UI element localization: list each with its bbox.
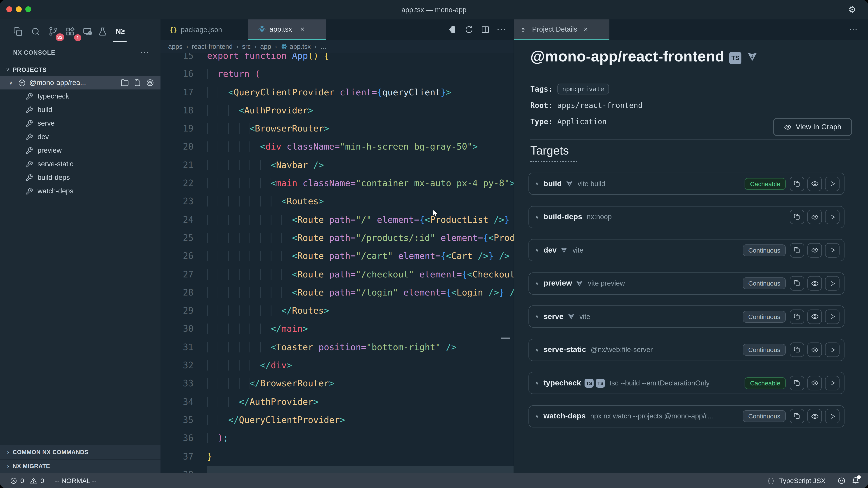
view-in-graph-button[interactable] [807, 210, 822, 224]
nx-console-icon[interactable]: N≥ [112, 23, 127, 40]
view-in-graph-button[interactable] [807, 176, 822, 191]
code-line: 16 return ( [160, 65, 514, 84]
target-actions [790, 210, 839, 224]
code-line: 22 <main className="container mx-auto px… [160, 174, 514, 193]
copy-button[interactable] [790, 309, 804, 324]
chevron-down-icon[interactable]: ∨ [535, 347, 539, 353]
chevron-down-icon[interactable]: ∨ [535, 281, 539, 286]
split-editor-icon[interactable] [481, 25, 489, 34]
open-config-file-icon[interactable] [133, 78, 142, 87]
tab-project-details[interactable]: Project Details × [514, 20, 610, 40]
breadcrumb-item[interactable]: › app [251, 43, 271, 50]
view-in-graph-button[interactable] [807, 276, 822, 291]
copy-button[interactable] [790, 409, 804, 423]
run-target-button[interactable] [825, 343, 839, 357]
more-actions-icon[interactable]: ··· [849, 20, 858, 40]
chevron-down-icon[interactable]: ∨ [535, 314, 539, 320]
chevron-down-icon[interactable]: ∨ [535, 181, 539, 187]
testing-icon[interactable] [95, 23, 110, 40]
search-icon[interactable] [28, 23, 43, 40]
settings-gear-icon[interactable]: ⚙ [848, 0, 856, 20]
breadcrumb-item[interactable]: › … [311, 43, 327, 50]
chevron-right-icon: › [4, 463, 13, 470]
open-settings-device-icon[interactable] [448, 25, 457, 34]
close-tab-icon[interactable]: × [300, 25, 305, 34]
source-control-icon[interactable]: 32 [46, 23, 61, 40]
breadcrumb-item[interactable]: › app.tsx [271, 43, 311, 50]
project-row-selected[interactable]: ∨ @mono-app/rea... [0, 76, 160, 90]
copy-button[interactable] [790, 243, 804, 257]
panel-tab-bar: Project Details × ··· [514, 20, 868, 40]
target-card: ∨ preview vite preview Continuous [528, 272, 844, 294]
wrench-icon [25, 187, 33, 195]
target-card: ∨ build-deps nx:noop [528, 206, 844, 228]
view-in-graph-button[interactable]: View In Graph [773, 118, 852, 136]
explorer-icon[interactable] [10, 23, 26, 40]
scrollbar-marker[interactable] [501, 337, 510, 339]
language-mode[interactable]: {} TypeScript JSX [767, 477, 826, 485]
sidebar-target-item[interactable]: watch-deps [0, 184, 160, 198]
react-icon [258, 25, 266, 33]
status-right: {} TypeScript JSX [767, 476, 860, 485]
sidebar-target-item[interactable]: dev [0, 130, 160, 144]
more-actions-icon[interactable]: ··· [497, 26, 506, 34]
sidebar-target-item[interactable]: build-deps [0, 171, 160, 184]
run-target-button[interactable] [825, 376, 839, 390]
close-tab-icon[interactable]: × [584, 25, 588, 33]
copy-button[interactable] [790, 376, 804, 390]
line-number: 15 [160, 53, 207, 65]
remote-explorer-icon[interactable] [80, 23, 95, 40]
code-line: 27 <Route path="/checkout" element={<Che… [160, 265, 514, 284]
project-title-row: @mono-app/react-frontend TS [530, 48, 758, 65]
tab-app-tsx[interactable]: app.tsx × [248, 20, 326, 40]
breadcrumb-item[interactable]: › react-frontend [182, 43, 232, 50]
sidebar-target-item[interactable]: build [0, 103, 160, 117]
copy-button[interactable] [790, 343, 804, 357]
sidebar-target-item[interactable]: typecheck [0, 90, 160, 103]
view-in-graph-button[interactable] [807, 409, 822, 423]
folder-icon[interactable] [121, 78, 129, 87]
run-target-button[interactable] [825, 309, 839, 324]
more-actions-icon[interactable]: ··· [141, 43, 150, 62]
copy-button[interactable] [790, 276, 804, 291]
chevron-right-icon: › [4, 449, 13, 455]
run-target-button[interactable] [825, 276, 839, 291]
projects-section-header[interactable]: ∨ PROJECTS [0, 63, 160, 76]
tab-package-json[interactable]: {} package.json [160, 20, 248, 40]
sidebar-target-item[interactable]: preview [0, 144, 160, 157]
problems-status[interactable]: 0 0 [10, 477, 44, 484]
chevron-down-icon[interactable]: ∨ [535, 247, 539, 253]
chevron-down-icon[interactable]: ∨ [535, 413, 539, 419]
view-in-graph-button[interactable] [807, 343, 822, 357]
run-target-button[interactable] [825, 243, 839, 257]
breadcrumb-item[interactable]: apps [168, 43, 182, 50]
extensions-icon[interactable]: 1 [63, 23, 78, 40]
run-target-button[interactable] [825, 409, 839, 423]
copy-button[interactable] [790, 210, 804, 224]
view-in-graph-button[interactable] [807, 243, 822, 257]
chevron-down-icon[interactable]: ∨ [535, 214, 539, 220]
notifications-bell-icon[interactable] [851, 476, 860, 485]
breadcrumb-item[interactable]: › src [232, 43, 251, 50]
chevron-down-icon[interactable]: ∨ [535, 380, 539, 386]
target-item-label: watch-deps [37, 187, 73, 195]
target-bullseye-icon[interactable] [146, 78, 154, 87]
view-in-graph-button[interactable] [807, 309, 822, 324]
warning-count: 0 [40, 477, 44, 484]
target-actions [790, 376, 839, 390]
refresh-icon[interactable] [465, 25, 473, 34]
sidebar-target-item[interactable]: serve-static [0, 157, 160, 171]
code-line: 35 </QueryClientProvider> [160, 411, 514, 429]
code-editor[interactable]: 15 export function App() { 16 return ( 1… [160, 53, 514, 473]
copilot-icon[interactable] [837, 476, 846, 485]
vim-mode-indicator[interactable]: -- NORMAL -- [55, 477, 96, 484]
collapsed-section[interactable]: › NX MIGRATE [0, 459, 160, 473]
run-target-button[interactable] [825, 176, 839, 191]
view-in-graph-button[interactable] [807, 376, 822, 390]
collapsed-section[interactable]: › COMMON NX COMMANDS [0, 445, 160, 459]
copy-button[interactable] [790, 176, 804, 191]
target-card: ∨ build vite build Cacheable [528, 173, 844, 195]
run-target-button[interactable] [825, 210, 839, 224]
sidebar-target-item[interactable]: serve [0, 117, 160, 130]
code-line-content: <BrowserRouter> [207, 120, 329, 138]
